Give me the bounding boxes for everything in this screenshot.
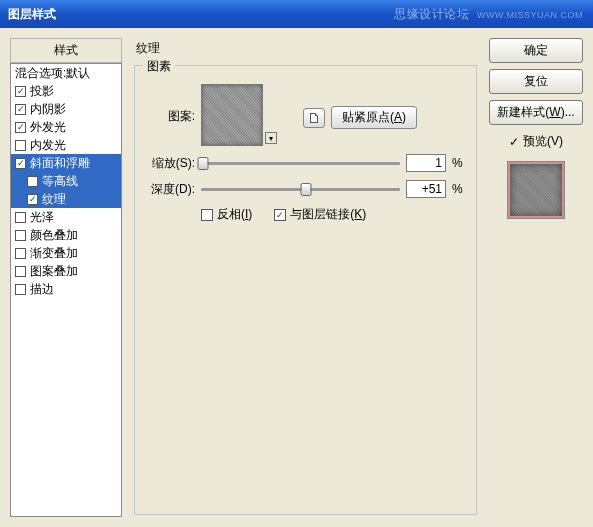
style-item[interactable]: 颜色叠加 [11,226,121,244]
style-item-label: 渐变叠加 [30,245,78,262]
new-preset-button[interactable] [303,108,325,128]
checkbox-icon: ✓ [15,122,26,133]
checkbox-icon [27,176,38,187]
style-item[interactable]: ✓投影 [11,82,121,100]
style-item-label: 内发光 [30,137,66,154]
depth-unit: % [452,182,466,196]
style-item[interactable]: 等高线 [11,172,121,190]
invert-checkbox[interactable]: 反相(I) [201,206,252,223]
preview-swatch [508,162,564,218]
tab-label: 纹理 [132,38,479,61]
style-item[interactable]: 渐变叠加 [11,244,121,262]
styles-list[interactable]: 混合选项:默认✓投影✓内阴影✓外发光内发光✓斜面和浮雕等高线✓纹理光泽颜色叠加渐… [10,63,122,517]
checkbox-icon: ✓ [15,104,26,115]
depth-input[interactable] [406,180,446,198]
style-item[interactable]: 描边 [11,280,121,298]
depth-slider[interactable] [201,188,400,191]
style-item[interactable]: 混合选项:默认 [11,64,121,82]
settings-column: 纹理 图素 图案: ▾ 贴紧原点(A) 缩放(S): [132,38,479,517]
dialog-body: 样式 混合选项:默认✓投影✓内阴影✓外发光内发光✓斜面和浮雕等高线✓纹理光泽颜色… [0,28,593,527]
checkbox-icon: ✓ [274,209,286,221]
style-item-label: 光泽 [30,209,54,226]
styles-column: 样式 混合选项:默认✓投影✓内阴影✓外发光内发光✓斜面和浮雕等高线✓纹理光泽颜色… [10,38,122,517]
checkbox-icon [15,140,26,151]
document-icon [310,113,318,123]
checkbox-icon: ✓ [509,135,519,149]
depth-thumb[interactable] [301,183,312,196]
buttons-column: 确定 复位 新建样式(W)... ✓ 预览(V) [489,38,583,517]
checkbox-icon: ✓ [15,86,26,97]
pattern-dropdown-icon[interactable]: ▾ [265,132,277,144]
checkbox-icon: ✓ [15,158,26,169]
style-item-label: 图案叠加 [30,263,78,280]
checkbox-icon [15,284,26,295]
watermark: 思缘设计论坛 WWW.MISSYUAN.COM [394,6,583,23]
pattern-picker[interactable]: ▾ [201,84,263,146]
scale-row: 缩放(S): % [145,154,466,172]
style-item[interactable]: ✓外发光 [11,118,121,136]
style-item-label: 描边 [30,281,54,298]
style-item-label: 投影 [30,83,54,100]
checkbox-icon [15,248,26,259]
style-item-label: 等高线 [42,173,78,190]
scale-thumb[interactable] [197,157,208,170]
style-item[interactable]: ✓内阴影 [11,100,121,118]
pattern-row: 图案: ▾ 贴紧原点(A) [145,84,466,146]
style-item-label: 颜色叠加 [30,227,78,244]
style-item[interactable]: ✓纹理 [11,190,121,208]
new-style-button[interactable]: 新建样式(W)... [489,100,583,125]
texture-groupbox: 图素 图案: ▾ 贴紧原点(A) 缩放(S): [134,65,477,515]
scale-slider[interactable] [201,162,400,165]
style-item-label: 混合选项:默认 [15,65,90,82]
reset-button[interactable]: 复位 [489,69,583,94]
checkbox-icon [15,230,26,241]
style-item-label: 纹理 [42,191,66,208]
styles-header: 样式 [10,38,122,63]
ok-button[interactable]: 确定 [489,38,583,63]
style-item[interactable]: 内发光 [11,136,121,154]
checkbox-icon [15,212,26,223]
scale-unit: % [452,156,466,170]
checkbox-icon: ✓ [27,194,38,205]
style-item[interactable]: ✓斜面和浮雕 [11,154,121,172]
dialog-title: 图层样式 [8,6,56,23]
preview-checkbox[interactable]: ✓ 预览(V) [489,133,583,150]
style-item[interactable]: 光泽 [11,208,121,226]
checkbox-icon [15,266,26,277]
group-legend: 图素 [143,58,175,75]
scale-input[interactable] [406,154,446,172]
checks-row: 反相(I) ✓ 与图层链接(K) [201,206,466,223]
style-item[interactable]: 图案叠加 [11,262,121,280]
depth-label: 深度(D): [145,181,195,198]
pattern-swatch [201,84,263,146]
pattern-label: 图案: [145,108,195,125]
checkbox-icon [201,209,213,221]
link-layer-checkbox[interactable]: ✓ 与图层链接(K) [274,206,366,223]
snap-origin-button[interactable]: 贴紧原点(A) [331,106,417,129]
style-item-label: 斜面和浮雕 [30,155,90,172]
style-item-label: 外发光 [30,119,66,136]
depth-row: 深度(D): % [145,180,466,198]
style-item-label: 内阴影 [30,101,66,118]
scale-label: 缩放(S): [145,155,195,172]
